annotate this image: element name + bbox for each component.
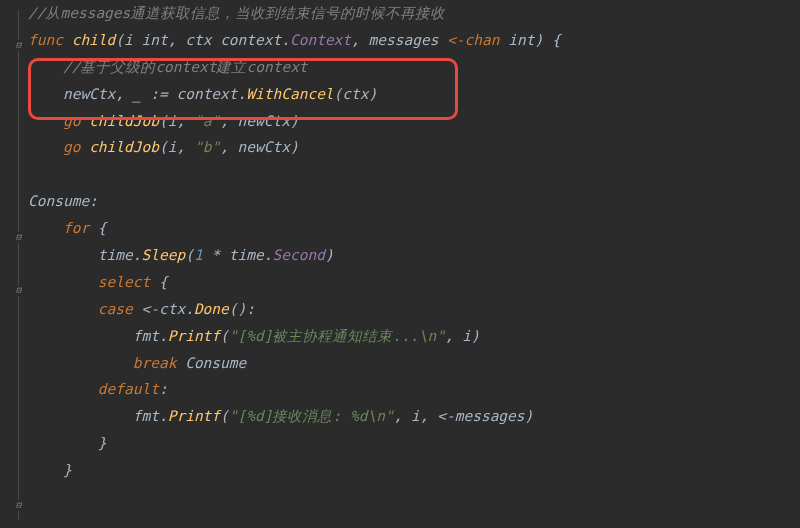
code-line: case <-ctx.Done(): xyxy=(28,296,800,323)
code-line: } xyxy=(28,457,800,484)
code-editor[interactable]: ⊟ ⊟ ⊟ ⊟ //从messages通道获取信息，当收到结束信号的时候不再接收… xyxy=(0,0,800,528)
code-line: Consume: xyxy=(28,188,800,215)
code-line xyxy=(28,161,800,188)
fold-icon[interactable]: ⊟ xyxy=(13,40,24,51)
code-line: go childJob(i, "b", newCtx) xyxy=(28,134,800,161)
code-area[interactable]: //从messages通道获取信息，当收到结束信号的时候不再接收 func ch… xyxy=(28,0,800,528)
code-line: fmt.Printf("[%d]被主协程通知结束...\n", i) xyxy=(28,323,800,350)
code-line: select { xyxy=(28,269,800,296)
code-line: for { xyxy=(28,215,800,242)
code-line: default: xyxy=(28,376,800,403)
code-line: fmt.Printf("[%d]接收消息: %d\n", i, <-messag… xyxy=(28,403,800,430)
code-line: } xyxy=(28,430,800,457)
code-line: newCtx, _ := context.WithCancel(ctx) xyxy=(28,81,800,108)
gutter: ⊟ ⊟ ⊟ ⊟ xyxy=(0,0,28,528)
code-line: go childJob(i, "a", newCtx) xyxy=(28,108,800,135)
code-line: func child(i int, ctx context.Context, m… xyxy=(28,27,800,54)
code-line: //基于父级的context建立context xyxy=(28,54,800,81)
fold-icon[interactable]: ⊟ xyxy=(13,232,24,243)
code-line: break Consume xyxy=(28,350,800,377)
fold-icon[interactable]: ⊟ xyxy=(13,500,24,511)
code-line: //从messages通道获取信息，当收到结束信号的时候不再接收 xyxy=(28,0,800,27)
fold-icon[interactable]: ⊟ xyxy=(13,285,24,296)
code-line: time.Sleep(1 * time.Second) xyxy=(28,242,800,269)
